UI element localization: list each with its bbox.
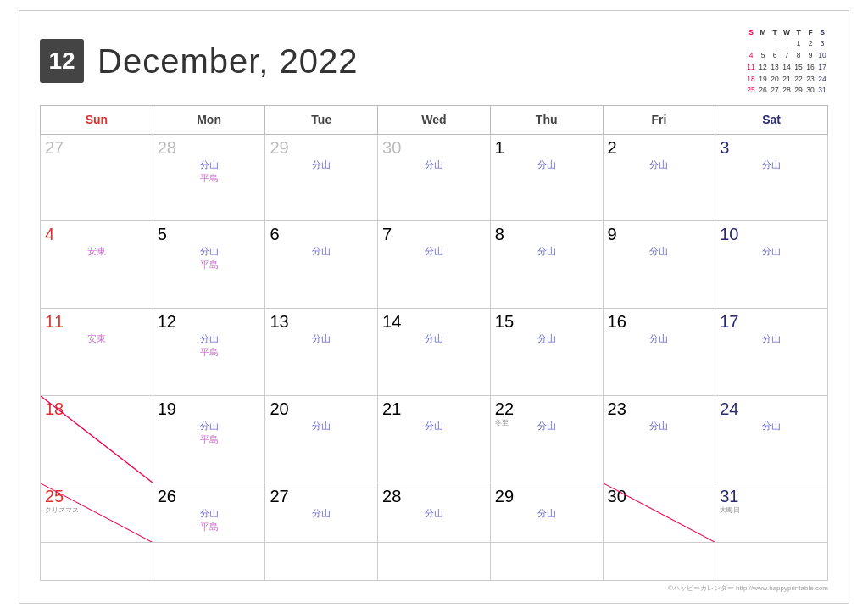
cell-events: 分山 <box>495 245 598 258</box>
cell-events: 分山 <box>608 245 711 258</box>
event-item: 分山 <box>649 332 668 345</box>
cell-events: 分山 <box>608 332 711 345</box>
cell-events: 分山平島 <box>158 159 261 185</box>
calendar-page: 12 December, 2022 SMTWTFS123456789101112… <box>19 10 849 604</box>
calendar-cell: 29分山 <box>265 134 378 221</box>
calendar-cell: 16分山 <box>603 309 715 396</box>
cell-number: 11 <box>45 312 148 331</box>
event-item: 分山 <box>425 420 443 433</box>
event-item: 分山 <box>537 332 556 345</box>
calendar-cell: 25クリスマス <box>41 483 153 542</box>
col-header-fri: Fri <box>603 105 715 134</box>
event-item: 分山 <box>312 245 331 258</box>
empty-cell <box>490 543 603 581</box>
week-row-2: 4安東5分山平島6分山7分山8分山9分山10分山 <box>41 221 828 309</box>
empty-cell <box>715 543 828 581</box>
cell-number: 29 <box>270 138 373 157</box>
cell-events: 分山 <box>382 245 486 258</box>
cell-number: 27 <box>270 487 373 505</box>
header-left: 12 December, 2022 <box>40 39 359 83</box>
cell-events: 安東 <box>45 332 148 345</box>
cell-events: 分山 <box>382 420 486 433</box>
calendar-cell: 11安東 <box>41 309 153 396</box>
week-row-4: 1819分山平島20分山21分山22冬至分山23分山24分山 <box>41 395 828 483</box>
event-item: 分山 <box>425 159 443 171</box>
empty-row <box>41 543 828 581</box>
calendar-cell: 5分山平島 <box>153 221 265 309</box>
cell-events: 分山 <box>720 420 823 433</box>
col-header-mon: Mon <box>153 105 265 134</box>
cell-number: 30 <box>382 138 486 157</box>
calendar-cell: 31大晦日 <box>715 483 828 542</box>
calendar-cell: 17分山 <box>715 309 828 396</box>
col-header-sat: Sat <box>715 105 828 134</box>
cell-events: 分山平島 <box>158 507 261 533</box>
cell-special-label: 冬至 <box>495 418 509 427</box>
calendar-cell: 13分山 <box>265 309 378 396</box>
event-item: 分山 <box>425 245 443 258</box>
cell-events: 分山 <box>720 332 823 345</box>
cell-number: 27 <box>45 138 148 157</box>
cell-number: 3 <box>720 138 823 157</box>
calendar-cell: 23分山 <box>603 395 715 483</box>
cell-events: 分山平島 <box>158 332 261 359</box>
empty-cell <box>41 543 153 581</box>
cell-number: 1 <box>495 138 598 157</box>
cell-number: 28 <box>158 138 261 157</box>
cell-events: 分山平島 <box>158 245 261 271</box>
calendar-cell: 24分山 <box>715 395 828 483</box>
empty-cell <box>378 543 491 581</box>
cell-events: 分山 <box>608 420 711 433</box>
event-item: 分山 <box>537 420 556 433</box>
col-header-tue: Tue <box>265 105 378 134</box>
calendar-header: 12 December, 2022 SMTWTFS123456789101112… <box>40 26 828 97</box>
week-row-1: 2728分山平島29分山30分山1分山2分山3分山 <box>41 134 828 221</box>
col-header-wed: Wed <box>378 105 491 134</box>
cell-special-label: 大晦日 <box>720 505 740 515</box>
mini-calendar: SMTWTFS123456789101112131415161718192021… <box>745 26 828 97</box>
cell-number: 16 <box>608 312 711 331</box>
cell-number: 18 <box>45 399 148 418</box>
cell-events: 分山 <box>495 507 598 520</box>
event-item: 分山 <box>537 507 556 520</box>
event-item: 平島 <box>200 521 219 533</box>
cell-number: 17 <box>720 312 823 331</box>
cell-events: 分山 <box>495 332 598 345</box>
calendar-cell: 28分山 <box>378 483 491 542</box>
cell-events: 分山 <box>495 420 598 433</box>
cell-number: 30 <box>608 487 711 505</box>
calendar-cell: 12分山平島 <box>153 309 265 396</box>
event-item: 安東 <box>87 245 106 258</box>
event-item: 分山 <box>200 507 219 520</box>
cell-events: 分山 <box>495 159 598 171</box>
cell-events: 分山 <box>270 332 373 345</box>
col-header-sun: Sun <box>41 105 153 134</box>
month-title: December, 2022 <box>97 42 359 81</box>
cell-events: 分山 <box>720 159 823 171</box>
empty-cell <box>265 543 378 581</box>
calendar-cell: 22冬至分山 <box>490 395 603 483</box>
empty-cell <box>603 543 715 581</box>
cell-number: 19 <box>158 399 261 418</box>
month-badge: 12 <box>40 39 84 83</box>
cell-events: 分山 <box>382 507 486 520</box>
cell-number: 10 <box>720 225 823 243</box>
week-row-3: 11安東12分山平島13分山14分山15分山16分山17分山 <box>41 309 828 396</box>
calendar-cell: 29分山 <box>490 483 603 542</box>
cell-number: 7 <box>382 225 486 243</box>
cell-events: 分山 <box>382 332 486 345</box>
event-item: 分山 <box>762 420 781 433</box>
event-item: 分山 <box>762 245 781 258</box>
cell-number: 21 <box>382 399 486 418</box>
event-item: 分山 <box>649 245 668 258</box>
cell-number: 12 <box>158 312 261 331</box>
main-calendar: SunMonTueWedThuFriSat 2728分山平島29分山30分山1分… <box>40 105 828 582</box>
cell-number: 14 <box>382 312 486 331</box>
cell-number: 2 <box>608 138 711 157</box>
event-item: 平島 <box>200 172 219 185</box>
calendar-cell: 30分山 <box>378 134 491 221</box>
calendar-cell: 10分山 <box>715 221 828 309</box>
event-item: 分山 <box>312 159 331 171</box>
calendar-cell: 4安東 <box>41 221 153 309</box>
cell-number: 13 <box>270 312 373 331</box>
